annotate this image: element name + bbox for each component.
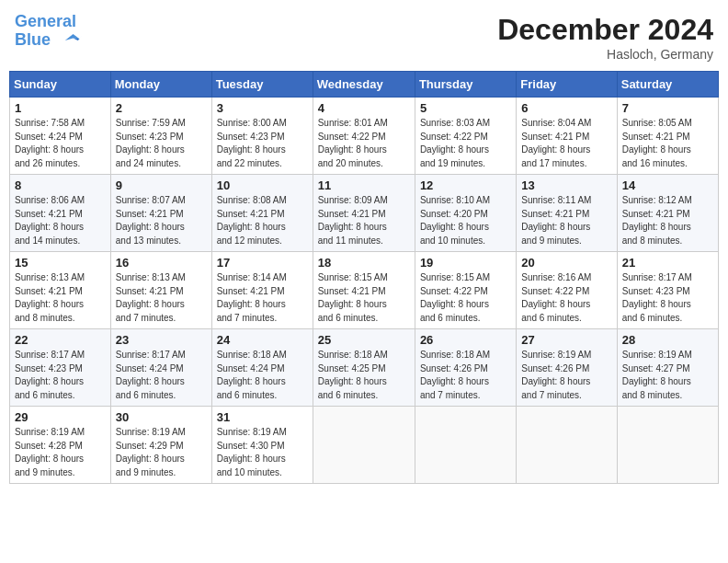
day-info: Sunrise: 8:00 AM Sunset: 4:23 PM Dayligh… [217,117,308,170]
logo: General Blue [15,13,83,50]
day-info: Sunrise: 8:03 AM Sunset: 4:22 PM Dayligh… [420,117,511,170]
calendar-day-cell: 20Sunrise: 8:16 AM Sunset: 4:22 PM Dayli… [517,252,617,329]
logo-bird-icon [57,32,83,49]
calendar-day-cell: 26Sunrise: 8:18 AM Sunset: 4:26 PM Dayli… [415,329,516,407]
calendar-day-cell: 4Sunrise: 8:01 AM Sunset: 4:22 PM Daylig… [313,98,415,175]
calendar-day-cell: 14Sunrise: 8:12 AM Sunset: 4:21 PM Dayli… [617,175,718,252]
day-info: Sunrise: 8:13 AM Sunset: 4:21 PM Dayligh… [15,271,106,325]
day-number: 1 [15,101,106,115]
calendar-day-cell: 11Sunrise: 8:09 AM Sunset: 4:21 PM Dayli… [313,175,415,252]
calendar-day-cell: 5Sunrise: 8:03 AM Sunset: 4:22 PM Daylig… [415,98,516,175]
day-info: Sunrise: 8:11 AM Sunset: 4:21 PM Dayligh… [521,194,611,247]
calendar-day-cell: 30Sunrise: 8:19 AM Sunset: 4:29 PM Dayli… [110,407,211,484]
day-number: 8 [15,178,106,192]
calendar-day-cell [517,407,617,484]
day-info: Sunrise: 8:08 AM Sunset: 4:21 PM Dayligh… [217,194,308,247]
day-number: 16 [116,256,207,270]
day-number: 23 [116,333,207,347]
day-info: Sunrise: 8:01 AM Sunset: 4:22 PM Dayligh… [318,117,410,170]
day-number: 29 [15,410,106,424]
weekday-header-cell: Wednesday [313,72,415,98]
weekday-header-cell: Tuesday [211,72,313,98]
weekday-header-cell: Saturday [617,72,718,98]
day-number: 24 [217,333,308,347]
calendar-day-cell: 1Sunrise: 7:58 AM Sunset: 4:24 PM Daylig… [10,98,111,175]
day-info: Sunrise: 8:17 AM Sunset: 4:23 PM Dayligh… [15,349,106,402]
day-info: Sunrise: 8:13 AM Sunset: 4:21 PM Dayligh… [116,271,207,325]
day-number: 3 [217,101,308,115]
calendar-day-cell: 9Sunrise: 8:07 AM Sunset: 4:21 PM Daylig… [110,175,211,252]
day-number: 6 [521,101,611,115]
calendar-day-cell [415,407,516,484]
day-number: 12 [420,178,511,192]
calendar-body: 1Sunrise: 7:58 AM Sunset: 4:24 PM Daylig… [10,98,719,484]
title-area: December 2024 Hasloch, Germany [497,13,713,62]
calendar-day-cell: 22Sunrise: 8:17 AM Sunset: 4:23 PM Dayli… [10,329,111,407]
calendar-day-cell [617,407,718,484]
day-info: Sunrise: 8:10 AM Sunset: 4:20 PM Dayligh… [420,194,511,247]
calendar-day-cell: 13Sunrise: 8:11 AM Sunset: 4:21 PM Dayli… [517,175,617,252]
weekday-header-cell: Sunday [10,72,111,98]
day-number: 14 [622,178,713,192]
month-title: December 2024 [497,13,713,47]
day-info: Sunrise: 8:19 AM Sunset: 4:29 PM Dayligh… [116,426,207,479]
day-info: Sunrise: 8:17 AM Sunset: 4:24 PM Dayligh… [116,349,207,402]
day-number: 27 [521,333,611,347]
day-info: Sunrise: 7:58 AM Sunset: 4:24 PM Dayligh… [15,117,106,170]
day-number: 30 [116,410,207,424]
day-info: Sunrise: 8:06 AM Sunset: 4:21 PM Dayligh… [15,194,106,247]
day-number: 17 [217,256,308,270]
day-info: Sunrise: 8:18 AM Sunset: 4:25 PM Dayligh… [318,349,410,402]
day-info: Sunrise: 8:19 AM Sunset: 4:30 PM Dayligh… [217,426,308,479]
calendar-week-row: 1Sunrise: 7:58 AM Sunset: 4:24 PM Daylig… [10,98,719,175]
calendar-day-cell [313,407,415,484]
calendar-day-cell: 7Sunrise: 8:05 AM Sunset: 4:21 PM Daylig… [617,98,718,175]
day-info: Sunrise: 8:04 AM Sunset: 4:21 PM Dayligh… [521,117,611,170]
calendar-week-row: 22Sunrise: 8:17 AM Sunset: 4:23 PM Dayli… [10,329,719,407]
day-info: Sunrise: 8:16 AM Sunset: 4:22 PM Dayligh… [521,271,611,325]
calendar-day-cell: 12Sunrise: 8:10 AM Sunset: 4:20 PM Dayli… [415,175,516,252]
day-info: Sunrise: 8:19 AM Sunset: 4:28 PM Dayligh… [15,426,106,479]
day-info: Sunrise: 8:14 AM Sunset: 4:21 PM Dayligh… [217,271,308,325]
day-number: 13 [521,178,611,192]
calendar-day-cell: 10Sunrise: 8:08 AM Sunset: 4:21 PM Dayli… [211,175,313,252]
calendar-day-cell: 6Sunrise: 8:04 AM Sunset: 4:21 PM Daylig… [517,98,617,175]
calendar-week-row: 29Sunrise: 8:19 AM Sunset: 4:28 PM Dayli… [10,407,719,484]
day-number: 20 [521,256,611,270]
subtitle: Hasloch, Germany [497,47,713,62]
calendar-day-cell: 29Sunrise: 8:19 AM Sunset: 4:28 PM Dayli… [10,407,111,484]
day-number: 5 [420,101,511,115]
calendar-day-cell: 23Sunrise: 8:17 AM Sunset: 4:24 PM Dayli… [110,329,211,407]
day-number: 2 [116,101,207,115]
day-number: 10 [217,178,308,192]
day-number: 7 [622,101,713,115]
header: General Blue December 2024 Hasloch, Germ… [9,9,719,65]
day-info: Sunrise: 8:07 AM Sunset: 4:21 PM Dayligh… [116,194,207,247]
calendar-day-cell: 18Sunrise: 8:15 AM Sunset: 4:21 PM Dayli… [313,252,415,329]
calendar-day-cell: 19Sunrise: 8:15 AM Sunset: 4:22 PM Dayli… [415,252,516,329]
calendar-day-cell: 16Sunrise: 8:13 AM Sunset: 4:21 PM Dayli… [110,252,211,329]
calendar-day-cell: 27Sunrise: 8:19 AM Sunset: 4:26 PM Dayli… [517,329,617,407]
calendar-day-cell: 3Sunrise: 8:00 AM Sunset: 4:23 PM Daylig… [211,98,313,175]
day-number: 19 [420,256,511,270]
day-number: 22 [15,333,106,347]
calendar-table: SundayMondayTuesdayWednesdayThursdayFrid… [9,71,719,484]
day-info: Sunrise: 8:19 AM Sunset: 4:27 PM Dayligh… [622,349,713,402]
day-info: Sunrise: 8:15 AM Sunset: 4:21 PM Dayligh… [318,271,410,325]
day-info: Sunrise: 8:09 AM Sunset: 4:21 PM Dayligh… [318,194,410,247]
day-info: Sunrise: 8:12 AM Sunset: 4:21 PM Dayligh… [622,194,713,247]
day-info: Sunrise: 7:59 AM Sunset: 4:23 PM Dayligh… [116,117,207,170]
weekday-header-row: SundayMondayTuesdayWednesdayThursdayFrid… [10,72,719,98]
day-number: 21 [622,256,713,270]
day-number: 28 [622,333,713,347]
day-number: 15 [15,256,106,270]
calendar-day-cell: 24Sunrise: 8:18 AM Sunset: 4:24 PM Dayli… [211,329,313,407]
day-info: Sunrise: 8:17 AM Sunset: 4:23 PM Dayligh… [622,271,713,325]
day-info: Sunrise: 8:15 AM Sunset: 4:22 PM Dayligh… [420,271,511,325]
calendar-day-cell: 2Sunrise: 7:59 AM Sunset: 4:23 PM Daylig… [110,98,211,175]
calendar-day-cell: 31Sunrise: 8:19 AM Sunset: 4:30 PM Dayli… [211,407,313,484]
calendar-week-row: 15Sunrise: 8:13 AM Sunset: 4:21 PM Dayli… [10,252,719,329]
calendar-day-cell: 17Sunrise: 8:14 AM Sunset: 4:21 PM Dayli… [211,252,313,329]
calendar-day-cell: 15Sunrise: 8:13 AM Sunset: 4:21 PM Dayli… [10,252,111,329]
day-number: 25 [318,333,410,347]
